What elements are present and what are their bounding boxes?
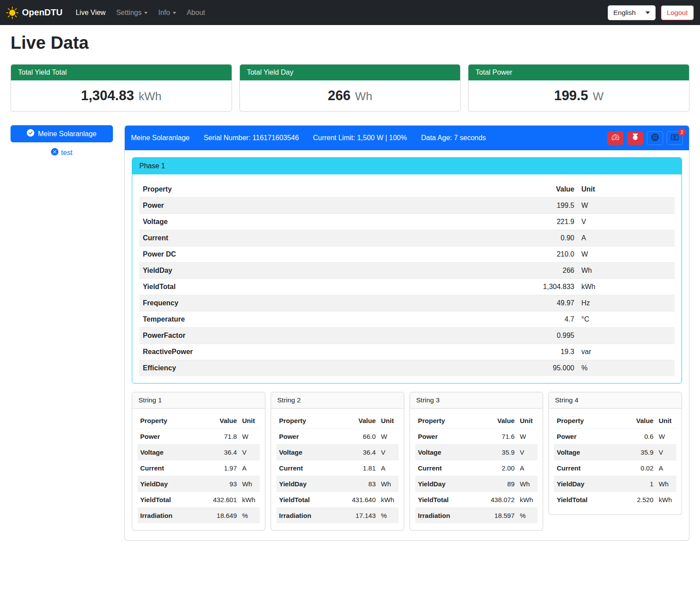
table-row: Current0.90A bbox=[139, 230, 675, 246]
value-cell: 71.8 bbox=[195, 429, 239, 445]
event-log-button[interactable]: 2 bbox=[667, 131, 683, 145]
table-header-row: Property Value Unit bbox=[139, 181, 675, 198]
value-cell: 89 bbox=[473, 476, 517, 492]
limit-settings-button[interactable] bbox=[607, 131, 624, 145]
phase-title: Phase 1 bbox=[132, 158, 682, 174]
navbar-right: English Logout bbox=[608, 5, 694, 20]
table-header-row: Property Value Unit bbox=[554, 413, 676, 429]
caret-down-icon bbox=[173, 12, 176, 14]
property-cell: ReactivePower bbox=[139, 344, 402, 360]
table-row: Irradiation17.143% bbox=[276, 508, 399, 524]
string-card-body: Property Value Unit Power71.8WVoltage36.… bbox=[132, 409, 265, 530]
unit-cell: A bbox=[578, 230, 675, 246]
table-row: Irradiation18.649% bbox=[138, 508, 260, 524]
property-cell: Voltage bbox=[554, 445, 617, 460]
property-cell: YieldDay bbox=[554, 476, 617, 492]
property-cell: Temperature bbox=[139, 311, 402, 328]
value-cell: 0.6 bbox=[617, 429, 656, 445]
summary-row: Total Yield Total 1,304.83 kWh Total Yie… bbox=[11, 64, 689, 112]
inverter-card-body: Phase 1 Property Value Unit Power199.5WV… bbox=[125, 150, 689, 540]
unit-cell: var bbox=[578, 344, 675, 360]
power-button[interactable] bbox=[627, 131, 643, 145]
card-unit: W bbox=[593, 90, 604, 103]
property-cell: Power bbox=[415, 429, 473, 445]
string-title: String 2 bbox=[271, 392, 404, 409]
unit-column-header: Unit bbox=[239, 413, 260, 429]
event-count-badge: 2 bbox=[678, 128, 686, 136]
check-circle-icon bbox=[27, 129, 34, 138]
chevron-down-icon bbox=[646, 11, 650, 14]
phase-card: Phase 1 Property Value Unit Power199.5WV… bbox=[132, 157, 682, 384]
value-cell: 36.4 bbox=[334, 445, 378, 460]
property-cell: Irradiation bbox=[276, 508, 334, 524]
table-row: Power66.0W bbox=[276, 429, 399, 445]
unit-cell: W bbox=[578, 246, 675, 263]
table-row: Power DC210.0W bbox=[139, 246, 675, 263]
inverter-data-age: Data Age: 7 seconds bbox=[421, 134, 486, 142]
unit-cell: % bbox=[517, 508, 537, 524]
table-row: YieldDay93Wh bbox=[138, 476, 260, 492]
table-row: Current0.02A bbox=[554, 460, 676, 476]
value-cell: 431.640 bbox=[334, 492, 378, 508]
cpu-icon bbox=[651, 134, 659, 142]
property-column-header: Property bbox=[554, 413, 617, 429]
sidebar-item-meine-solaranlage[interactable]: Meine Solaranlage bbox=[11, 125, 113, 142]
value-cell: 0.90 bbox=[402, 230, 578, 246]
value-cell: 1 bbox=[617, 476, 656, 492]
language-select[interactable]: English bbox=[608, 5, 656, 20]
total-power-card: Total Power 199.5 W bbox=[468, 64, 689, 112]
nav-info-dropdown[interactable]: Info bbox=[154, 5, 181, 20]
value-cell: 1.81 bbox=[334, 460, 378, 476]
navbar: OpenDTU Live View Settings Info About En… bbox=[0, 0, 700, 25]
nav-about[interactable]: About bbox=[182, 5, 210, 20]
property-cell: YieldTotal bbox=[139, 279, 402, 295]
unit-cell: Hz bbox=[578, 295, 675, 311]
string-card-body: Property Value Unit Power71.6WVoltage35.… bbox=[410, 409, 543, 530]
string-2-card: String 2 Property Value Unit bbox=[271, 392, 404, 531]
phase-table: Property Value Unit Power199.5WVoltage22… bbox=[139, 181, 675, 376]
inverter-limit: Current Limit: 1,500 W | 100% bbox=[313, 134, 407, 142]
table-row: ReactivePower19.3var bbox=[139, 344, 675, 360]
property-column-header: Property bbox=[139, 181, 402, 198]
unit-cell: W bbox=[578, 198, 675, 214]
nav-settings-dropdown[interactable]: Settings bbox=[112, 5, 152, 20]
property-cell: YieldTotal bbox=[415, 492, 473, 508]
brand-link[interactable]: OpenDTU bbox=[6, 7, 62, 19]
table-row: YieldDay83Wh bbox=[276, 476, 399, 492]
unit-cell: kWh bbox=[517, 492, 537, 508]
table-row: YieldDay1Wh bbox=[554, 476, 676, 492]
value-column-header: Value bbox=[473, 413, 517, 429]
property-cell: PowerFactor bbox=[139, 328, 402, 344]
property-cell: Irradiation bbox=[138, 508, 195, 524]
unit-cell: kWh bbox=[378, 492, 399, 508]
inverter-name: Meine Solaranlage bbox=[131, 134, 189, 142]
table-row: Voltage35.9V bbox=[554, 445, 676, 460]
property-cell: Voltage bbox=[276, 445, 334, 460]
nav-live-view[interactable]: Live View bbox=[71, 5, 110, 20]
logout-button[interactable]: Logout bbox=[661, 5, 694, 20]
string-2-table: Property Value Unit Power66.0WVoltage36.… bbox=[276, 413, 399, 523]
unit-cell: °C bbox=[578, 311, 675, 328]
unit-cell: kWh bbox=[239, 492, 260, 508]
property-cell: Current bbox=[415, 460, 473, 476]
property-cell: Current bbox=[138, 460, 195, 476]
inverter-sidebar: Meine Solaranlage test bbox=[11, 125, 113, 157]
unit-cell: % bbox=[239, 508, 260, 524]
unit-cell: % bbox=[578, 360, 675, 376]
table-row: YieldDay89Wh bbox=[415, 476, 537, 492]
value-cell: 0.995 bbox=[402, 328, 578, 344]
value-cell: 35.9 bbox=[617, 445, 656, 460]
card-body: 199.5 W bbox=[468, 80, 689, 111]
property-cell: Power bbox=[138, 429, 195, 445]
sidebar-item-test[interactable]: test bbox=[11, 148, 113, 157]
table-header-row: Property Value Unit bbox=[276, 413, 399, 429]
value-cell: 0.02 bbox=[617, 460, 656, 476]
value-cell: 221.9 bbox=[402, 214, 578, 230]
page-title: Live Data bbox=[11, 33, 689, 53]
value-cell: 35.9 bbox=[473, 445, 517, 460]
unit-cell: Wh bbox=[656, 476, 676, 492]
value-cell: 36.4 bbox=[195, 445, 239, 460]
value-cell: 18.597 bbox=[473, 508, 517, 524]
value-cell: 83 bbox=[334, 476, 378, 492]
device-info-button[interactable] bbox=[647, 131, 663, 145]
